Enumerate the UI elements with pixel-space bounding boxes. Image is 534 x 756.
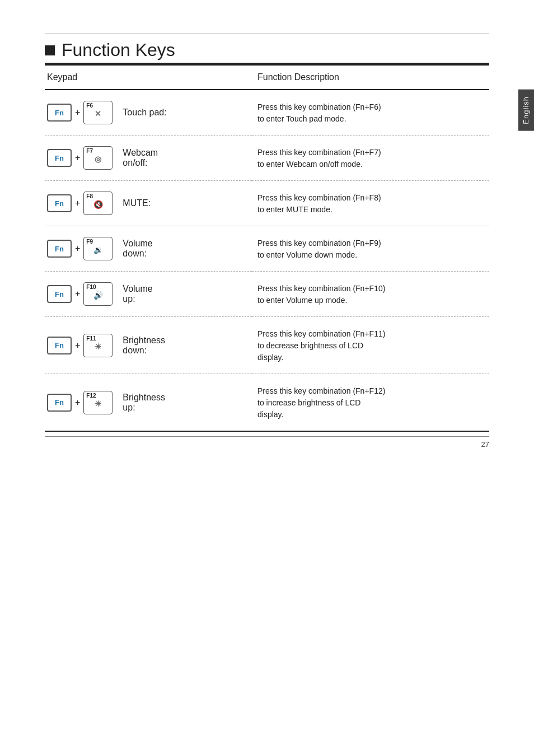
key-combo: Fn+F9🔉Volumedown: [47, 237, 252, 260]
fn-key: Fn [47, 104, 72, 122]
col-header-keypad: Keypad [45, 65, 252, 90]
key-combo: Fn+F10🔊Volumeup: [47, 282, 252, 306]
keypad-cell: Fn+F12☀Brightnessup: [45, 374, 252, 431]
key-combo: Fn+F7◎Webcamon/off: [47, 146, 252, 170]
key-label: Volumeup: [123, 284, 173, 304]
table-row: Fn+F7◎Webcamon/off:Press this key combin… [45, 136, 489, 181]
fx-icon: 🔇 [93, 200, 103, 209]
fx-label: F6 [86, 102, 93, 109]
key-label: MUTE: [123, 198, 173, 208]
key-label: Webcamon/off: [123, 148, 173, 168]
description-cell: Press this key combination (Fn+F10)to en… [252, 272, 489, 317]
key-combo: Fn+F8🔇MUTE: [47, 192, 252, 215]
key-label: Volumedown: [123, 239, 173, 259]
key-combo: Fn+F12☀Brightnessup: [47, 391, 252, 414]
table-row: Fn+F10🔊Volumeup:Press this key combinati… [45, 272, 489, 317]
description-cell: Press this key combination (Fn+F9)to ent… [252, 226, 489, 272]
plus-sign: + [75, 108, 80, 118]
fn-key: Fn [47, 394, 72, 412]
keypad-cell: Fn+F7◎Webcamon/off: [45, 136, 252, 181]
table-row: Fn+F9🔉Volumedown:Press this key combinat… [45, 226, 489, 272]
function-keys-table: Keypad Function Description Fn+F6✕Touch … [45, 64, 489, 431]
table-row: Fn+F12☀Brightnessup:Press this key combi… [45, 374, 489, 431]
table-row: Fn+F6✕Touch pad:Press this key combinati… [45, 90, 489, 136]
keypad-cell: Fn+F6✕Touch pad: [45, 90, 252, 136]
description-cell: Press this key combination (Fn+F7)to ent… [252, 136, 489, 181]
fn-key: Fn [47, 240, 72, 258]
bottom-rule-thick [45, 431, 489, 432]
description-cell: Press this key combination (Fn+F12)to in… [252, 374, 489, 431]
plus-sign: + [75, 198, 80, 208]
fx-label: F8 [86, 193, 93, 199]
fx-label: F11 [86, 335, 96, 342]
bottom-rule-thin [45, 436, 489, 437]
key-combo: Fn+F6✕Touch pad: [47, 101, 252, 124]
fn-key: Fn [47, 337, 72, 354]
fx-key: F9🔉 [83, 237, 113, 260]
page-footer: 27 [45, 440, 489, 449]
fx-label: F12 [86, 393, 96, 399]
fx-key: F6✕ [83, 101, 113, 124]
description-cell: Press this key combination (Fn+F8)to ent… [252, 181, 489, 226]
keypad-cell: Fn+F8🔇MUTE: [45, 181, 252, 226]
fx-icon: ☀ [95, 342, 102, 351]
fx-icon: ☀ [95, 399, 102, 408]
section-title: Function Keys [45, 40, 489, 60]
col-header-desc: Function Description [252, 65, 489, 90]
fx-icon: ◎ [95, 155, 101, 164]
page-container: English Function Keys Keypad Function De… [0, 0, 534, 756]
fx-label: F10 [86, 284, 96, 290]
key-combo: Fn+F11☀Brightnessdown: [47, 334, 252, 357]
description-cell: Press this key combination (Fn+F6)to ent… [252, 90, 489, 136]
fx-key: F11☀ [83, 334, 113, 357]
fx-key: F7◎ [83, 146, 113, 170]
page-number: 27 [481, 440, 489, 449]
fx-icon: 🔊 [93, 291, 103, 300]
keypad-cell: Fn+F10🔊Volumeup: [45, 272, 252, 317]
plus-sign: + [75, 340, 80, 351]
plus-sign: + [75, 153, 80, 163]
fx-label: F9 [86, 239, 93, 245]
table-row: Fn+F8🔇MUTE:Press this key combination (F… [45, 181, 489, 226]
keypad-cell: Fn+F9🔉Volumedown: [45, 226, 252, 272]
fx-key: F10🔊 [83, 282, 113, 306]
fx-key: F8🔇 [83, 192, 113, 215]
fn-key: Fn [47, 194, 72, 212]
fn-key: Fn [47, 149, 72, 167]
side-tab: English [518, 90, 534, 131]
table-row: Fn+F11☀Brightnessdown:Press this key com… [45, 317, 489, 374]
plus-sign: + [75, 244, 80, 254]
keypad-cell: Fn+F11☀Brightnessdown: [45, 317, 252, 374]
description-cell: Press this key combination (Fn+F11)to de… [252, 317, 489, 374]
plus-sign: + [75, 398, 80, 408]
page-title: Function Keys [62, 40, 175, 60]
fx-icon: ✕ [95, 109, 101, 118]
fn-key: Fn [47, 285, 72, 303]
key-label: Touch pad: [123, 108, 173, 118]
fx-key: F12☀ [83, 391, 113, 414]
key-label: Brightnessup: [123, 393, 173, 413]
fx-label: F7 [86, 148, 93, 154]
key-label: Brightnessdown: [123, 335, 173, 356]
fx-icon: 🔉 [93, 245, 103, 254]
plus-sign: + [75, 289, 80, 299]
title-square-icon [45, 45, 55, 55]
top-rule [45, 34, 489, 34]
